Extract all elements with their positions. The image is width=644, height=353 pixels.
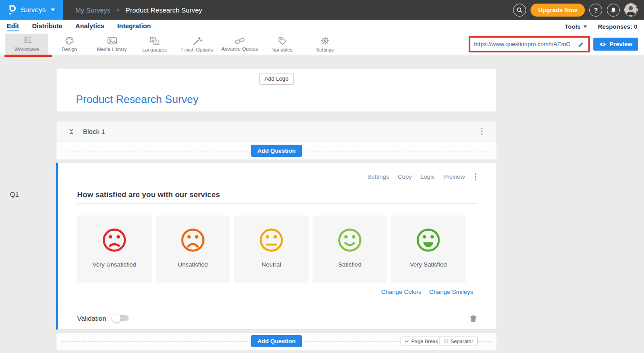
palette-icon: [64, 36, 75, 45]
svg-text:A: A: [155, 40, 158, 44]
notifications-button[interactable]: [607, 4, 620, 17]
toolbar-item-media-library[interactable]: Media Library: [91, 34, 133, 55]
smiley-option-very-unsatisfied[interactable]: Very Unsatisfied: [77, 215, 152, 283]
sad-face-icon: [101, 227, 127, 253]
breadcrumb-my-surveys[interactable]: My Surveys: [75, 6, 110, 14]
breadcrumb: My Surveys > Product Research Survey: [75, 6, 202, 14]
tab-analytics[interactable]: Analytics: [75, 22, 104, 31]
validation-toggle[interactable]: [113, 315, 129, 321]
question-copy-link[interactable]: Copy: [398, 173, 412, 180]
help-button[interactable]: ?: [589, 4, 602, 17]
search-icon: [516, 7, 523, 13]
survey-url-input[interactable]: [470, 38, 574, 51]
pencil-icon: [578, 41, 584, 47]
add-question-button-bottom[interactable]: Add Question: [251, 335, 302, 347]
tab-integration[interactable]: Integration: [117, 22, 151, 31]
smiley-option-satisfied[interactable]: Satisfied: [313, 215, 387, 283]
separator-label: Separator: [450, 339, 473, 344]
add-question-strip-bottom: Add Question ✂ Page Break ☑ Separator: [56, 332, 497, 350]
question-logic-link[interactable]: Logic: [420, 173, 435, 180]
tools-menu[interactable]: Tools: [565, 23, 587, 30]
topbar-actions: Upgrade Now ?: [513, 3, 644, 17]
block-title[interactable]: Block 1: [83, 128, 105, 135]
breadcrumb-separator: >: [116, 7, 120, 13]
toolbar-item-workspace[interactable]: Workspace: [5, 34, 48, 55]
question-mark-icon: ?: [594, 6, 598, 14]
separator-button[interactable]: ☑ Separator: [439, 336, 478, 346]
question-text[interactable]: How satisfied are you with our services: [77, 190, 478, 204]
annotation-underline-workspace: [4, 55, 52, 57]
bell-icon: [610, 7, 617, 13]
frown-face-icon: [180, 227, 206, 253]
gear-icon: [320, 36, 330, 46]
question-actions: Settings Copy Logic Preview: [77, 172, 478, 182]
smiley-customize-links: Change Colors Change Smileys: [77, 288, 478, 295]
question-preview-link[interactable]: Preview: [443, 173, 465, 180]
search-button[interactable]: [513, 4, 526, 17]
workspace-icon: [21, 36, 33, 45]
tab-edit[interactable]: Edit: [7, 22, 19, 31]
smile-face-icon: [337, 227, 363, 253]
toggle-knob: [112, 314, 121, 323]
block-header: Block 1: [56, 121, 497, 142]
breadcrumb-current-survey: Product Research Survey: [126, 6, 202, 14]
page-break-button[interactable]: ✂ Page Break: [400, 336, 443, 346]
questionpro-logo-icon: [7, 4, 17, 16]
toolbar-item-settings[interactable]: Settings: [304, 34, 346, 55]
add-logo-button[interactable]: Add Logo: [259, 73, 294, 85]
page-break-label: Page Break: [411, 339, 438, 344]
add-question-button-top[interactable]: Add Question: [251, 145, 302, 157]
edit-toolbar: Workspace Design Media Library 文 A Langu…: [0, 34, 644, 55]
checkbox-checked-icon: ☑: [444, 338, 448, 344]
image-icon: [106, 36, 118, 45]
chevron-down-icon: [51, 9, 55, 11]
responses-count[interactable]: Responses: 0: [598, 23, 637, 30]
question-card: Settings Copy Logic Preview How satisfie…: [56, 163, 497, 330]
chevron-down-icon: [583, 26, 587, 28]
collapse-block-icon[interactable]: [68, 128, 75, 135]
big-smile-face-icon: [415, 227, 441, 253]
preview-label: Preview: [609, 41, 632, 47]
upgrade-now-button[interactable]: Upgrade Now: [531, 4, 585, 17]
top-bar: Surveys My Surveys > Product Research Su…: [0, 0, 644, 20]
smiley-option-neutral[interactable]: Neutral: [234, 215, 309, 283]
workspace-canvas: Q1 Add Logo Product Research Survey Bloc…: [0, 55, 644, 353]
brand-menu[interactable]: Surveys: [0, 0, 63, 20]
question-settings-link[interactable]: Settings: [367, 173, 389, 180]
avatar[interactable]: [624, 3, 638, 17]
smiley-option-unsatisfied[interactable]: Unsatisfied: [156, 215, 230, 283]
toolbar-item-finish-options[interactable]: Finish Options: [176, 34, 218, 55]
block-more-options-icon[interactable]: [480, 127, 484, 137]
toolbar-item-variables[interactable]: Variables: [261, 34, 304, 55]
tag-icon: [278, 36, 287, 46]
smiley-scale: Very Unsatisfied Unsatisfied Neutral: [77, 215, 478, 283]
preview-button[interactable]: Preview: [593, 38, 638, 51]
edit-url-button[interactable]: [574, 38, 588, 51]
change-smileys-link[interactable]: Change Smileys: [429, 288, 473, 295]
magic-wand-icon: [192, 36, 202, 46]
question-more-options-icon[interactable]: [474, 172, 478, 182]
chain-link-icon: [235, 37, 245, 45]
annotation-box-url: [469, 36, 590, 52]
toolbar-item-languages[interactable]: 文 A Languages: [133, 34, 176, 55]
trash-icon: [470, 314, 477, 322]
add-question-strip-top: Add Question: [56, 142, 497, 160]
question-footer: Validation: [58, 307, 496, 329]
delete-question-button[interactable]: [470, 314, 477, 322]
toolbar-item-design[interactable]: Design: [48, 34, 91, 55]
survey-url-box: [470, 38, 588, 51]
toolbar-right: Preview: [469, 34, 644, 55]
scissors-icon: ✂: [405, 338, 409, 344]
eye-icon: [599, 42, 606, 47]
toolbar-item-advance-quotas[interactable]: Advance Quotas: [218, 34, 261, 55]
survey-header-card: Add Logo Product Research Survey: [56, 68, 497, 112]
brand-label: Surveys: [21, 6, 46, 14]
survey-title[interactable]: Product Research Survey: [76, 93, 198, 106]
validation-label: Validation: [77, 314, 106, 322]
question-number: Q1: [10, 190, 19, 198]
section-nav: Edit Distribute Analytics Integration To…: [0, 20, 644, 34]
tab-distribute[interactable]: Distribute: [32, 22, 62, 31]
nav-right: Tools Responses: 0: [565, 23, 637, 30]
smiley-option-very-satisfied[interactable]: Very Satisfied: [391, 215, 466, 283]
change-colors-link[interactable]: Change Colors: [381, 288, 422, 295]
